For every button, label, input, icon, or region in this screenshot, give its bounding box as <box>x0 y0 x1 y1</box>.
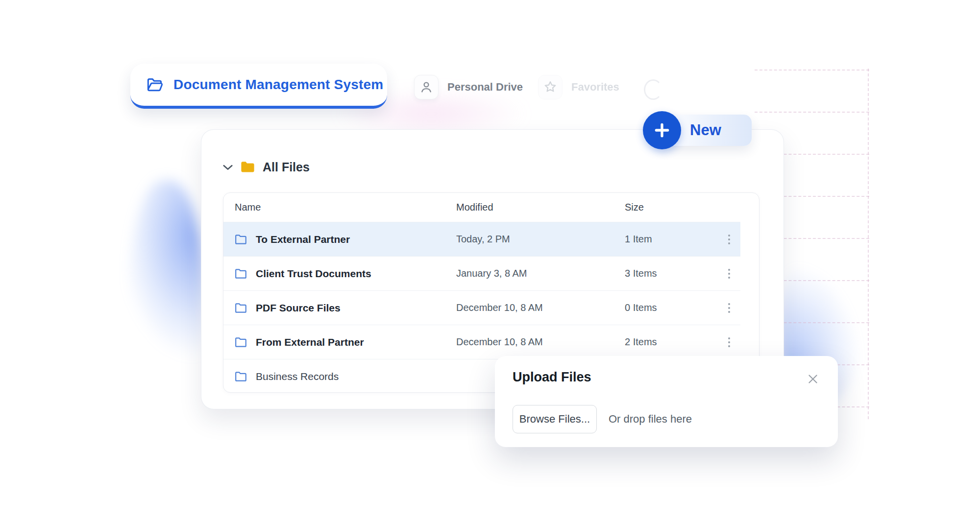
file-size: 1 Item <box>625 234 717 245</box>
app-title-tab[interactable]: Document Management System <box>130 64 387 109</box>
column-header-modified: Modified <box>456 202 625 213</box>
table-row[interactable]: From External Partner December 10, 8 AM … <box>223 325 740 359</box>
table-header-row: Name Modified Size <box>223 193 740 222</box>
blue-glow-left <box>128 180 205 435</box>
faded-icon <box>644 79 662 100</box>
folder-icon <box>235 268 247 279</box>
kebab-menu-icon[interactable] <box>724 231 734 248</box>
all-files-section-header: All Files <box>223 160 310 174</box>
folder-icon <box>235 303 247 313</box>
modal-title: Upload Files <box>513 370 591 385</box>
tab-favorites[interactable]: Favorites <box>538 75 619 99</box>
close-icon[interactable] <box>807 373 819 385</box>
folder-icon <box>235 234 247 245</box>
file-modified: January 3, 8 AM <box>456 268 625 279</box>
table-row[interactable]: To External Partner Today, 2 PM 1 Item <box>223 222 740 256</box>
browse-files-button[interactable]: Browse Files... <box>513 405 597 433</box>
plus-icon <box>643 111 681 149</box>
file-size: 0 Items <box>625 302 717 313</box>
file-name: PDF Source Files <box>256 302 341 314</box>
tab-personal-drive[interactable]: Personal Drive <box>414 75 523 99</box>
new-button[interactable]: New <box>643 111 756 150</box>
kebab-menu-icon[interactable] <box>724 299 734 317</box>
section-title: All Files <box>263 160 310 174</box>
dashed-grid <box>755 70 869 71</box>
drop-files-hint: Or drop files here <box>609 405 692 433</box>
folder-icon-yellow <box>240 161 255 173</box>
file-name: Business Records <box>256 371 339 382</box>
file-size: 3 Items <box>625 268 717 279</box>
file-modified: December 10, 8 AM <box>456 336 625 348</box>
upload-files-modal: Upload Files Browse Files... Or drop fil… <box>495 356 838 447</box>
chevron-down-icon[interactable] <box>223 165 233 170</box>
tab-label: Favorites <box>571 81 619 94</box>
table-row[interactable]: Client Trust Documents January 3, 8 AM 3… <box>223 256 740 290</box>
app-title: Document Management System <box>173 77 383 93</box>
new-button-label: New <box>690 111 721 149</box>
file-name: Client Trust Documents <box>256 268 371 280</box>
file-name: From External Partner <box>256 336 364 348</box>
file-size: 2 Items <box>625 336 717 348</box>
column-header-name: Name <box>223 202 456 213</box>
user-icon <box>414 75 439 99</box>
file-modified: December 10, 8 AM <box>456 302 625 313</box>
kebab-menu-icon[interactable] <box>724 265 734 283</box>
column-header-size: Size <box>625 202 717 213</box>
tab-label: Personal Drive <box>447 81 523 94</box>
open-folder-icon <box>146 76 165 93</box>
star-icon <box>538 75 563 99</box>
folder-icon <box>235 337 247 348</box>
dashed-grid-vertical <box>868 69 869 419</box>
page: Document Management System Personal Driv… <box>0 0 980 522</box>
table-row[interactable]: PDF Source Files December 10, 8 AM 0 Ite… <box>223 290 740 325</box>
file-modified: Today, 2 PM <box>456 234 625 245</box>
file-name: To External Partner <box>256 234 350 245</box>
dashed-grid <box>755 112 869 113</box>
kebab-menu-icon[interactable] <box>724 333 734 351</box>
folder-icon <box>235 371 247 382</box>
